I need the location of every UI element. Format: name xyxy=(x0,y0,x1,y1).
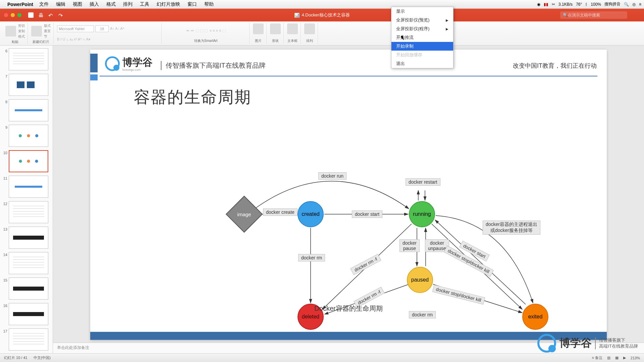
thumb-8[interactable] xyxy=(9,99,48,121)
zoom-button[interactable] xyxy=(17,13,21,17)
obs-icon[interactable]: ◉ xyxy=(537,2,540,7)
thumb-number: 16 xyxy=(1,303,7,308)
menu-help[interactable]: 帮助 xyxy=(204,1,214,7)
print-icon[interactable]: 🖶 xyxy=(38,12,44,18)
thumb-number: 11 xyxy=(1,176,7,180)
thumb-16[interactable] xyxy=(9,303,48,325)
thumb-row[interactable]: 15 xyxy=(1,278,51,300)
thumb-9[interactable] xyxy=(9,125,48,147)
thumb-row[interactable]: 8 xyxy=(1,99,51,121)
dropdown-replay: 开始回放缓存 xyxy=(391,51,453,59)
ribbon-paragraph: ≔ ≕ ⬚ ⬚ ⬚≡ ≡ ≡ ≡ ⬚ 转换为SmartArt xyxy=(162,23,250,44)
menu-extra-icon[interactable]: ≡ xyxy=(639,2,641,7)
siri-icon[interactable]: ◎ xyxy=(632,2,636,7)
thumb-row[interactable]: 10 xyxy=(1,150,51,172)
thumb-11[interactable] xyxy=(9,176,48,198)
notes-toggle[interactable]: ≡ 备注 xyxy=(592,355,602,360)
thumb-number: 12 xyxy=(1,201,7,206)
thumb-12[interactable] xyxy=(9,201,48,223)
layout-button[interactable]: 版式 xyxy=(44,23,51,28)
thumb-number: 15 xyxy=(1,278,7,282)
menu-view[interactable]: 视图 xyxy=(73,1,82,7)
thumb-17[interactable] xyxy=(9,328,48,351)
thumb-6[interactable] xyxy=(9,48,48,70)
minimize-button[interactable] xyxy=(11,13,15,17)
slide-area: 博学谷boxuegu.com 传智播客旗下高端IT在线教育品牌 改变中国IT教育… xyxy=(53,46,644,353)
menu-insert[interactable]: 插入 xyxy=(90,1,99,7)
save-icon[interactable] xyxy=(28,12,34,18)
dropdown-stream[interactable]: 开始推流 xyxy=(391,33,453,42)
menu-file[interactable]: 文件 xyxy=(39,1,49,7)
thumb-row[interactable]: 13 xyxy=(1,227,51,249)
slide-canvas[interactable]: 博学谷boxuegu.com 传智播客旗下高端IT在线教育品牌 改变中国IT教育… xyxy=(90,50,607,340)
thumb-7[interactable] xyxy=(9,74,48,96)
newslide-icon[interactable] xyxy=(31,26,42,37)
ribbon-arrange[interactable]: 排列 xyxy=(302,23,318,44)
thumb-number: 9 xyxy=(1,125,7,129)
slide-caption: Docker容器的生命周期 xyxy=(314,304,382,313)
search-input[interactable]: 🔍 在演示文稿中搜索 xyxy=(560,11,627,19)
copy-button[interactable]: 复制 xyxy=(18,29,25,34)
thumb-row[interactable]: 16 xyxy=(1,303,51,325)
net-up: 3.1KB/s xyxy=(558,2,573,7)
thumb-row[interactable]: 14 xyxy=(1,252,51,274)
ribbon-picture[interactable]: 图片 xyxy=(250,23,267,44)
paste-icon[interactable] xyxy=(5,26,16,37)
thumbnail-panel[interactable]: 678910111213141516171819 xyxy=(0,46,53,353)
thumb-number: 14 xyxy=(1,252,7,257)
shapes-icon[interactable] xyxy=(270,23,281,34)
dropdown-show[interactable]: 显示 xyxy=(391,7,453,16)
menu-window[interactable]: 窗口 xyxy=(187,1,197,7)
redo-icon[interactable]: ↷ xyxy=(58,12,64,18)
thumb-row[interactable]: 11 xyxy=(1,176,51,198)
undo-icon[interactable]: ↶ xyxy=(48,12,54,18)
thumb-row[interactable]: 12 xyxy=(1,201,51,223)
scissors-icon[interactable]: ✂ xyxy=(552,2,555,7)
thumb-14[interactable] xyxy=(9,252,48,274)
thumb-13[interactable] xyxy=(9,227,48,249)
arrange-icon[interactable] xyxy=(304,23,315,34)
thumb-10[interactable] xyxy=(9,150,48,172)
picture-icon[interactable] xyxy=(253,23,264,34)
font-select[interactable]: Microsoft YaHei xyxy=(57,25,94,32)
menu-tools[interactable]: 工具 xyxy=(140,1,149,7)
thumb-row[interactable]: 9 xyxy=(1,125,51,147)
cut-button[interactable]: 剪切 xyxy=(18,23,25,28)
thumb-row[interactable]: 17 xyxy=(1,328,51,351)
view-slideshow-icon[interactable]: ▶ xyxy=(623,356,626,360)
zoom-level[interactable]: 213% xyxy=(631,356,640,360)
fontsize-input[interactable]: 18 xyxy=(95,25,109,32)
dropdown-preview[interactable]: 全屏投影仪(预览)▶ xyxy=(391,16,453,24)
dropdown-program[interactable]: 全屏投影仪(程序)▶ xyxy=(391,24,453,33)
video-watermark: 博学谷 传智播客旗下高端IT在线教育品牌 xyxy=(537,334,638,353)
menubar-status: ◉ ▮▮ ✂ 3.1KB/s 76° ⧙ 100% 搜狗拼音 🔍 ◎ ≡ xyxy=(537,1,641,7)
view-sorter-icon[interactable]: ▦ xyxy=(615,356,619,360)
menu-edit[interactable]: 编辑 xyxy=(56,1,65,7)
app-name[interactable]: PowerPoint xyxy=(7,2,33,7)
wifi-icon[interactable]: ⧙ xyxy=(585,2,587,7)
dropdown-record[interactable]: 开始录制 xyxy=(391,42,453,51)
ribbon-shapes[interactable]: 形状 xyxy=(267,23,284,44)
menu-format[interactable]: 格式 xyxy=(106,1,116,7)
ime[interactable]: 搜狗拼音 xyxy=(604,1,621,7)
node-paused: paused xyxy=(407,267,433,293)
dropdown-exit[interactable]: 退出 xyxy=(391,59,453,68)
format-button[interactable]: 格式 xyxy=(18,34,25,39)
language[interactable]: 中文(中国) xyxy=(34,355,51,360)
spotlight-icon[interactable]: 🔍 xyxy=(624,2,629,7)
ppt-icon: 📊 xyxy=(294,13,300,18)
view-normal-icon[interactable]: ▥ xyxy=(607,356,610,360)
pause-icon[interactable]: ▮▮ xyxy=(544,2,548,7)
temp: 76° xyxy=(576,2,582,7)
section-button[interactable]: 节 xyxy=(44,34,51,39)
thumb-row[interactable]: 7 xyxy=(1,74,51,96)
document-title: 📊 4.Docker核心技术之容器 xyxy=(294,12,350,18)
menu-slideshow[interactable]: 幻灯片放映 xyxy=(157,1,180,7)
reset-button[interactable]: 重置 xyxy=(44,29,51,34)
thumb-row[interactable]: 6 xyxy=(1,48,51,70)
thumb-15[interactable] xyxy=(9,278,48,300)
ribbon-textbox[interactable]: 文本框 xyxy=(284,23,301,44)
close-button[interactable] xyxy=(4,13,8,17)
textbox-icon[interactable] xyxy=(287,23,298,34)
menu-arrange[interactable]: 排列 xyxy=(123,1,132,7)
